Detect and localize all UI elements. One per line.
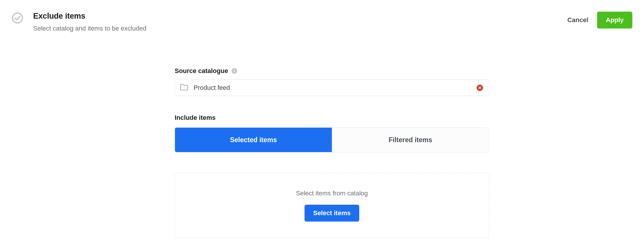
source-catalogue-input[interactable]: Product feed: [175, 79, 489, 96]
page-subtitle: Select catalog and items to be excluded: [33, 25, 567, 32]
select-items-button[interactable]: Select items: [305, 205, 359, 222]
empty-hint-text: Select items from catalog: [296, 190, 368, 197]
selected-items-empty-panel: Select items from catalog Select items: [175, 173, 489, 238]
folder-icon: [180, 83, 188, 92]
source-catalogue-value: Product feed: [194, 84, 471, 92]
page-title: Exclude items: [33, 12, 567, 21]
include-items-tabs: Selected items Filtered items: [175, 127, 489, 152]
svg-point-0: [13, 13, 22, 23]
step-indicator-icon: [12, 12, 23, 24]
info-icon[interactable]: i: [231, 68, 237, 74]
source-catalogue-label: Source catalogue: [175, 67, 228, 75]
cancel-button[interactable]: Cancel: [567, 16, 588, 24]
include-items-label: Include items: [175, 114, 489, 122]
apply-button[interactable]: Apply: [597, 12, 632, 28]
remove-catalogue-button[interactable]: [477, 85, 483, 91]
tab-filtered-items[interactable]: Filtered items: [332, 128, 489, 152]
tab-selected-items[interactable]: Selected items: [175, 128, 332, 152]
